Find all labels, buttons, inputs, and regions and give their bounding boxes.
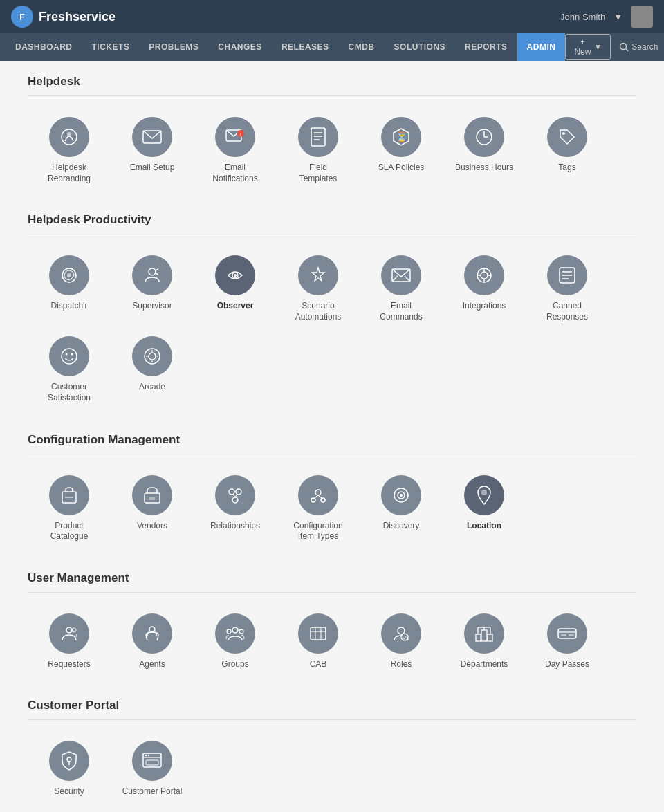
item-helpdesk-rebranding[interactable]: HelpdeskRebranding: [28, 110, 111, 191]
svg-point-57: [321, 498, 325, 502]
item-config-item-types[interactable]: ConfigurationItem Types: [277, 468, 360, 549]
section-helpdesk: Helpdesk HelpdeskRebranding Email Setup …: [28, 75, 636, 191]
svg-rect-87: [569, 634, 574, 636]
nav-tickets[interactable]: TICKETS: [82, 33, 140, 61]
item-field-templates[interactable]: FieldTemplates: [277, 110, 360, 191]
svg-point-94: [148, 755, 149, 756]
avatar[interactable]: [631, 6, 653, 28]
svg-point-18: [562, 132, 565, 135]
item-vendors[interactable]: Vendors: [111, 468, 194, 549]
email-notifications-icon: !: [215, 117, 255, 157]
item-departments[interactable]: Departments: [443, 607, 526, 677]
svg-point-55: [315, 490, 321, 495]
helpdesk-productivity-grid: Dispatch'r Supervisor Observer ScenarioA…: [28, 248, 636, 410]
svg-point-69: [239, 629, 243, 634]
nav-reports[interactable]: REPORTS: [455, 33, 517, 61]
section-config-mgmt-title: Configuration Management: [28, 433, 636, 454]
item-scenario-automations[interactable]: ScenarioAutomations: [277, 248, 360, 329]
item-relationships[interactable]: Relationships: [194, 468, 277, 549]
item-canned-responses[interactable]: CannedResponses: [526, 248, 609, 329]
item-product-catalogue[interactable]: ProductCatalogue: [28, 468, 111, 549]
svg-point-66: [149, 627, 155, 632]
svg-line-29: [405, 276, 410, 282]
item-day-passes[interactable]: Day Passes: [526, 607, 609, 677]
discovery-icon: [381, 475, 421, 515]
user-name[interactable]: John Smith: [560, 12, 605, 22]
brand-logo: F: [11, 6, 33, 28]
nav-solutions[interactable]: SOLUTIONS: [385, 33, 456, 61]
brand[interactable]: F Freshservice: [11, 6, 116, 28]
business-hours-icon: [464, 117, 504, 157]
helpdesk-grid: HelpdeskRebranding Email Setup ! EmailNo…: [28, 110, 636, 191]
item-sla-policies[interactable]: ⏳ SLA Policies: [360, 110, 443, 191]
svg-point-93: [145, 755, 147, 756]
new-button[interactable]: + New ▼: [565, 34, 611, 60]
svg-point-41: [66, 353, 68, 356]
tags-icon: [547, 117, 587, 157]
svg-line-3: [626, 49, 629, 52]
svg-rect-92: [146, 760, 158, 765]
item-customer-portal-link[interactable]: Customer Portal: [111, 734, 194, 804]
svg-rect-78: [481, 630, 487, 641]
nav-admin[interactable]: ADMIN: [517, 33, 566, 61]
item-tags[interactable]: Tags: [526, 110, 609, 191]
section-helpdesk-title: Helpdesk: [28, 75, 636, 96]
item-email-notifications[interactable]: ! EmailNotifications: [194, 110, 277, 191]
requesters-icon: [49, 613, 89, 654]
groups-label: Groups: [221, 659, 248, 670]
topbar: F Freshservice John Smith ▼: [0, 0, 664, 33]
svg-line-22: [156, 269, 158, 270]
sla-policies-label: SLA Policies: [378, 163, 425, 174]
item-discovery[interactable]: Discovery: [360, 468, 443, 549]
field-templates-icon: [298, 117, 338, 157]
item-integrations[interactable]: Integrations: [443, 248, 526, 329]
svg-point-4: [62, 129, 77, 145]
dispatch-icon: [49, 255, 89, 295]
item-email-setup[interactable]: Email Setup: [111, 110, 194, 191]
config-item-types-icon: [298, 475, 338, 515]
item-dispatch[interactable]: Dispatch'r: [28, 248, 111, 329]
nav-problems[interactable]: PROBLEMS: [139, 33, 208, 61]
svg-point-21: [149, 268, 156, 275]
search-button[interactable]: Search: [614, 39, 663, 55]
item-email-commands[interactable]: EmailCommands: [360, 248, 443, 329]
business-hours-label: Business Hours: [455, 163, 513, 174]
nav-dashboard[interactable]: DASHBOARD: [6, 33, 82, 61]
svg-point-63: [481, 490, 487, 495]
item-customer-satisfaction[interactable]: CustomerSatisfaction: [28, 329, 111, 410]
vendors-label: Vendors: [137, 521, 167, 532]
svg-point-65: [72, 628, 76, 632]
item-cab[interactable]: CAB: [277, 607, 360, 677]
svg-text:F: F: [19, 12, 24, 22]
svg-rect-70: [311, 627, 326, 640]
customer-portal-icon: [132, 741, 172, 781]
canned-responses-icon: [547, 255, 587, 295]
item-location[interactable]: Location: [443, 468, 526, 549]
customer-satisfaction-label: CustomerSatisfaction: [48, 382, 91, 403]
svg-rect-77: [476, 634, 481, 641]
departments-icon: [464, 613, 504, 654]
item-groups[interactable]: Groups: [194, 607, 277, 677]
item-observer[interactable]: Observer: [194, 248, 277, 329]
helpdesk-rebranding-icon: [49, 117, 89, 157]
svg-text:!: !: [240, 132, 241, 137]
section-user-mgmt-title: User Management: [28, 571, 636, 593]
svg-point-64: [66, 627, 72, 633]
arcade-label: Arcade: [139, 382, 165, 393]
item-agents[interactable]: Agents: [111, 607, 194, 677]
item-roles[interactable]: ✓ Roles: [360, 607, 443, 677]
item-business-hours[interactable]: Business Hours: [443, 110, 526, 191]
nav-cmdb[interactable]: CMDB: [339, 33, 385, 61]
config-mgmt-grid: ProductCatalogue Vendors Relationships C…: [28, 468, 636, 549]
item-security[interactable]: Security: [28, 734, 111, 804]
item-supervisor[interactable]: Supervisor: [111, 248, 194, 329]
security-icon: [49, 741, 89, 781]
item-requesters[interactable]: Requesters: [28, 607, 111, 677]
departments-label: Departments: [461, 659, 508, 670]
nav-releases[interactable]: RELEASES: [272, 33, 339, 61]
svg-point-51: [232, 497, 238, 503]
item-arcade[interactable]: Arcade: [111, 329, 194, 410]
nav-changes[interactable]: CHANGES: [208, 33, 272, 61]
svg-marker-26: [312, 268, 324, 281]
section-customer-portal-title: Customer Portal: [28, 699, 636, 720]
